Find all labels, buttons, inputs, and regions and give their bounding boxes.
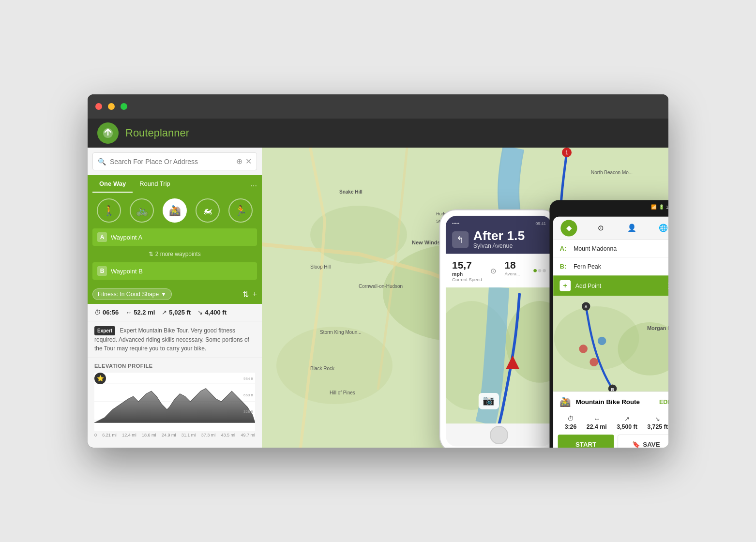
svg-point-48: [590, 358, 598, 367]
map-area[interactable]: 1 Snake Hill New Windsor Sloop Hill Huds…: [262, 148, 668, 448]
android-route-stats: ⏱ 3:26 ↔ 22.4 mi ↗ 3,500 ft: [553, 412, 668, 435]
close-button[interactable]: [95, 103, 102, 110]
y-label-high: 984 ft: [243, 376, 253, 381]
description-text: Expert Mountain Bike Tour. Very good fit…: [94, 327, 249, 352]
iphone-white: ••••• 09:41 ↰ After 1.5 Sylvan Avenue: [439, 210, 559, 448]
tab-round-trip[interactable]: Round Trip: [133, 175, 177, 193]
iphone-stats: 15,7 mph Current Speed ⊙ 18 Avera...: [446, 254, 552, 287]
distance-value: 22.4 mi: [587, 423, 607, 430]
expert-badge: Expert: [94, 326, 115, 335]
dot-active: [533, 269, 537, 272]
avg-label: Avera...: [504, 271, 520, 276]
iphone-screen: ••••• 09:41 ↰ After 1.5 Sylvan Avenue: [446, 216, 552, 447]
nav-profile[interactable]: 👤: [624, 220, 640, 236]
add-point-row[interactable]: + Add Point ⋮: [553, 275, 668, 296]
svg-text:North Beacon Mo...: North Beacon Mo...: [591, 170, 633, 175]
bike-icon: 🚵: [559, 396, 571, 407]
save-label: SAVE: [643, 440, 660, 448]
android-stat-descent: ↘ 3,725 ft: [647, 415, 668, 430]
swap-icon[interactable]: ⇅: [242, 290, 249, 299]
activity-hiking[interactable]: 🚶: [97, 198, 121, 223]
dot-1: [538, 269, 542, 272]
edit-link[interactable]: EDIT: [659, 398, 668, 405]
app-title: Routeplanner: [125, 127, 189, 139]
fitness-select[interactable]: Fitness: In Good Shape ▼: [92, 288, 172, 300]
waypoint-a[interactable]: A Waypoint A: [92, 228, 257, 246]
iphone-map-svg: △ ▽ 📷: [446, 287, 552, 423]
stat-ascent: ↗ 5,025 ft: [162, 309, 191, 316]
add-waypoint-icon[interactable]: +: [253, 290, 257, 299]
search-icon: 🔍: [98, 158, 106, 166]
svg-text:📷: 📷: [483, 394, 495, 406]
app-body: 🔍 ⊕ ✕ One Way Round Trip ... 🚶 🚲 🚵 🏍 🏃: [88, 148, 668, 448]
activity-icons: 🚶 🚲 🚵 🏍 🏃: [88, 193, 262, 228]
activity-atv[interactable]: 🏍: [196, 198, 220, 223]
descent-icon: ↘: [197, 309, 203, 316]
android-status-icons: 📶 🔋 12:00: [651, 204, 668, 209]
waypoint-a-label: A: [97, 232, 107, 242]
nav-explore[interactable]: 🌐: [655, 220, 668, 236]
speed-stat: 15,7 mph Current Speed: [452, 259, 482, 282]
nav-route[interactable]: ◆: [561, 220, 577, 236]
svg-point-47: [579, 345, 588, 353]
elevation-title: ELEVATION PROFILE: [94, 363, 255, 369]
clock-icon: ⏱: [567, 415, 574, 422]
descent-icon: ↘: [655, 415, 660, 422]
waypoint-b[interactable]: B Waypoint B: [92, 262, 257, 280]
route-description: Expert Expert Mountain Bike Tour. Very g…: [88, 321, 262, 358]
android-stat-ascent: ↗ 3,500 ft: [617, 415, 637, 430]
more-options-icon[interactable]: ⋮: [665, 281, 668, 291]
turn-instruction: After 1.5: [473, 229, 525, 242]
minimize-button[interactable]: [108, 103, 115, 110]
ascent-icon: ↗: [162, 309, 167, 316]
duration-value: 3:26: [565, 423, 577, 430]
search-input[interactable]: [110, 158, 232, 166]
waypoint-b-label: B: [97, 266, 107, 276]
elevation-x-labels: 0 6.21 mi 12.4 mi 18.6 mi 24.9 mi 31.1 m…: [94, 433, 255, 437]
route-point-a[interactable]: A: Mount Madonna ≡: [553, 240, 668, 257]
activity-mountain-bike[interactable]: 🚵: [163, 198, 187, 223]
svg-text:Storm King Moun...: Storm King Moun...: [320, 330, 362, 335]
nav-map[interactable]: ⊙: [592, 220, 609, 236]
route-point-b[interactable]: B: Fern Peak ≡: [553, 257, 668, 275]
point-a-name: Mount Madonna: [574, 245, 664, 252]
point-b-label: B:: [559, 263, 569, 270]
elevation-section: ELEVATION PROFILE ⭐: [88, 358, 262, 448]
location-icon[interactable]: ⊕: [236, 157, 242, 166]
clear-icon[interactable]: ✕: [245, 157, 252, 166]
more-waypoints[interactable]: ⇅ 2 more waypoints: [92, 249, 257, 259]
signal-icon: 📶: [651, 204, 656, 209]
search-bar[interactable]: 🔍 ⊕ ✕: [92, 152, 257, 170]
android-nav-bar: ◆ ⊙ 👤 🌐: [553, 217, 668, 240]
start-button[interactable]: START: [558, 435, 614, 448]
waypoints-section: A Waypoint A ⇅ 2 more waypoints B Waypoi…: [88, 228, 262, 285]
android-phone: 📶 🔋 12:00 ◆ ⊙ 👤 🌐: [550, 200, 669, 448]
waypoint-b-name: Waypoint B: [111, 268, 252, 275]
elevation-star: ⭐: [94, 373, 106, 384]
svg-point-49: [598, 337, 606, 346]
android-route-points: A: Mount Madonna ≡ B: Fern Peak ≡: [553, 240, 668, 275]
bookmark-icon: 🔖: [632, 440, 640, 448]
iphone-bottom-bar: [446, 423, 552, 447]
activity-running[interactable]: 🏃: [228, 198, 253, 223]
svg-text:B: B: [611, 387, 614, 391]
stat-duration-value: 06:56: [103, 309, 119, 316]
more-options[interactable]: ...: [251, 180, 257, 188]
add-point-label: Add Point: [575, 282, 660, 289]
ascent-icon: ↗: [624, 415, 630, 422]
distance-icon: ↔: [125, 309, 132, 316]
y-label-low: 328 ft: [243, 409, 253, 414]
app-logo: [97, 122, 119, 144]
iphone-nav-header: ••••• 09:41 ↰ After 1.5 Sylvan Avenue: [446, 216, 552, 254]
stat-distance: ↔ 52.2 mi: [125, 309, 155, 316]
home-button[interactable]: [490, 426, 508, 444]
maximize-button[interactable]: [121, 103, 127, 110]
tab-one-way[interactable]: One Way: [92, 175, 133, 193]
svg-text:Sloop Hill: Sloop Hill: [310, 264, 331, 270]
speed-value: 15,7: [452, 259, 482, 271]
activity-cycling[interactable]: 🚲: [130, 198, 154, 223]
android-map-svg: A B Morgan Hill: [553, 296, 668, 391]
svg-text:Snake Hill: Snake Hill: [339, 189, 363, 195]
save-button[interactable]: 🔖 SAVE: [618, 435, 668, 448]
iphone-turn: ↰ After 1.5 Sylvan Avenue: [452, 229, 546, 249]
